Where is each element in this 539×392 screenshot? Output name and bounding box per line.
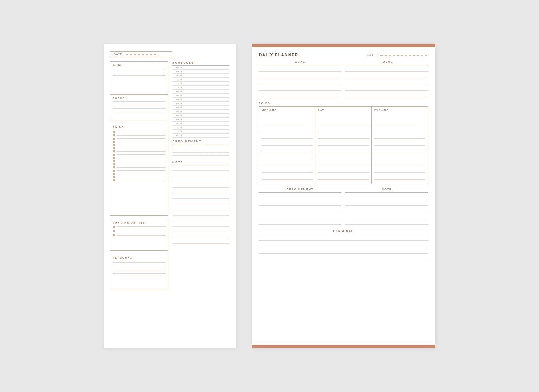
left-main: GOAL FOCUS TO DO <box>110 61 229 290</box>
left-focus-section: FOCUS <box>110 94 168 120</box>
left-goal-section: GOAL <box>110 61 168 91</box>
left-personal-section: PERSONAL <box>110 254 168 290</box>
right-focus-label: FOCUS <box>345 60 428 63</box>
right-bottom-bar <box>252 345 435 348</box>
right-todo-grid: MORNING DAY EVENING <box>259 106 428 184</box>
left-appointment-label: APPOINTMENT <box>172 140 229 144</box>
right-note-col: NOTE <box>345 188 428 226</box>
right-morning-label: MORNING <box>262 109 313 112</box>
right-header: DAILY PLANNER DATE : <box>259 53 428 57</box>
left-planner: DATE : GOAL FOCUS <box>104 44 236 348</box>
left-appointment-section: APPOINTMENT <box>172 140 229 158</box>
right-goal-focus-row: GOAL FOCUS <box>259 60 428 99</box>
left-goal-label: GOAL <box>113 64 166 66</box>
right-personal-label: PERSONAL <box>259 230 428 232</box>
right-appt-note-row: APPOINTMENT NOTE <box>259 188 428 226</box>
left-note-section: NOTE <box>172 161 229 244</box>
right-goal-label: GOAL <box>259 60 341 63</box>
right-top-bar <box>252 44 435 47</box>
right-title: DAILY PLANNER <box>259 53 299 57</box>
right-content: DAILY PLANNER DATE : GOAL FOCUS <box>252 47 435 345</box>
left-todo-section: TO DO <box>110 124 168 216</box>
left-priorities-label: TOP 3 PRIORITIES <box>113 221 166 224</box>
right-appointment-label: APPOINTMENT <box>259 188 341 191</box>
right-todo-label: TO DO <box>259 102 428 105</box>
left-focus-label: FOCUS <box>113 97 166 100</box>
left-priorities-section: TOP 3 PRIORITIES <box>110 219 168 251</box>
right-evening-label: EVENING <box>374 109 425 112</box>
right-morning-col: MORNING <box>259 107 315 184</box>
right-appointment-col: APPOINTMENT <box>259 188 341 226</box>
right-day-label: DAY <box>318 109 369 112</box>
left-personal-label: PERSONAL <box>113 256 166 259</box>
left-todo-lines <box>113 131 166 181</box>
left-date-label: DATE : <box>114 53 125 56</box>
right-date-label: DATE : <box>367 54 378 56</box>
right-date-area: DATE : <box>367 54 428 56</box>
right-focus-col: FOCUS <box>345 60 428 99</box>
main-container: DATE : GOAL FOCUS <box>88 20 451 372</box>
left-todo-label: TO DO <box>113 126 166 129</box>
right-planner: DAILY PLANNER DATE : GOAL FOCUS <box>252 44 435 348</box>
left-date-box: DATE : <box>110 51 172 57</box>
right-goal-col: GOAL <box>259 60 341 99</box>
left-schedule-section: SCHEDULE 07.00 08.00 09.00 10.00 11.00 1… <box>172 61 229 138</box>
right-evening-col: EVENING <box>372 107 428 184</box>
left-column: GOAL FOCUS TO DO <box>110 61 168 290</box>
right-note-label: NOTE <box>345 188 428 191</box>
left-note-label: NOTE <box>172 161 229 165</box>
left-right-column: SCHEDULE 07.00 08.00 09.00 10.00 11.00 1… <box>172 61 229 290</box>
left-schedule-label: SCHEDULE <box>172 61 229 66</box>
right-day-col: DAY <box>315 107 372 184</box>
right-personal-section: PERSONAL <box>259 230 428 260</box>
left-date-row: DATE : <box>110 51 229 57</box>
